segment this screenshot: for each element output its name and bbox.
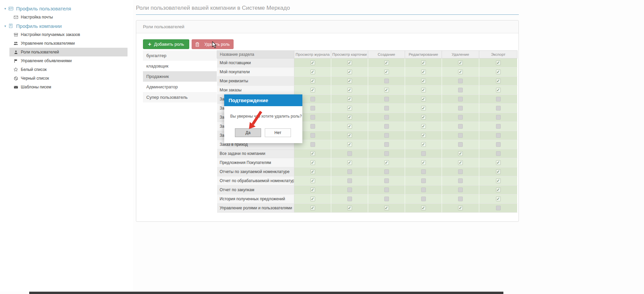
permission-checkbox[interactable]: ✓ bbox=[496, 60, 501, 65]
permission-checkbox[interactable] bbox=[347, 151, 352, 156]
permission-checkbox[interactable]: ✓ bbox=[421, 79, 426, 83]
permission-checkbox[interactable]: ✓ bbox=[421, 115, 426, 120]
permission-checkbox[interactable]: ✓ bbox=[384, 60, 389, 65]
permission-checkbox[interactable] bbox=[384, 97, 389, 101]
permission-checkbox[interactable] bbox=[347, 197, 352, 201]
role-list-item[interactable]: Администратор bbox=[143, 82, 217, 92]
permission-checkbox[interactable] bbox=[421, 187, 426, 192]
permission-checkbox[interactable]: ✓ bbox=[347, 70, 352, 74]
permission-checkbox[interactable] bbox=[458, 197, 463, 201]
permission-checkbox[interactable]: ✓ bbox=[421, 106, 426, 111]
permission-checkbox[interactable]: ✓ bbox=[421, 70, 426, 74]
role-list-item[interactable]: кладовщик bbox=[143, 61, 217, 71]
permission-checkbox[interactable]: ✓ bbox=[421, 60, 426, 65]
permission-checkbox[interactable] bbox=[496, 106, 501, 111]
permission-checkbox[interactable] bbox=[310, 97, 315, 101]
permission-checkbox[interactable]: ✓ bbox=[347, 106, 352, 111]
permission-checkbox[interactable] bbox=[458, 133, 463, 138]
permission-checkbox[interactable]: ✓ bbox=[310, 88, 315, 92]
permission-checkbox[interactable]: ✓ bbox=[310, 197, 315, 201]
permission-checkbox[interactable]: ✓ bbox=[421, 206, 426, 210]
permission-checkbox[interactable] bbox=[496, 115, 501, 120]
permission-checkbox[interactable] bbox=[310, 124, 315, 129]
sidebar-item[interactable]: Настройки получаемых заказов bbox=[9, 30, 128, 39]
permission-checkbox[interactable] bbox=[458, 124, 463, 129]
permission-checkbox[interactable]: ✓ bbox=[310, 79, 315, 83]
permission-checkbox[interactable] bbox=[496, 151, 501, 156]
permission-checkbox[interactable] bbox=[458, 79, 463, 83]
permission-checkbox[interactable] bbox=[384, 79, 389, 83]
permission-checkbox[interactable]: ✓ bbox=[347, 60, 352, 65]
permission-checkbox[interactable] bbox=[458, 115, 463, 120]
permission-checkbox[interactable] bbox=[384, 151, 389, 156]
permission-checkbox[interactable] bbox=[384, 133, 389, 138]
sidebar-item[interactable]: Управление объявлениями bbox=[9, 56, 128, 65]
permission-checkbox[interactable]: ✓ bbox=[496, 169, 501, 174]
permission-checkbox[interactable] bbox=[496, 124, 501, 129]
permission-checkbox[interactable] bbox=[384, 187, 389, 192]
permission-checkbox[interactable] bbox=[384, 197, 389, 201]
permission-checkbox[interactable] bbox=[384, 169, 389, 174]
role-list-item[interactable]: Супер пользователь bbox=[143, 92, 217, 102]
permission-checkbox[interactable] bbox=[421, 151, 426, 156]
permission-checkbox[interactable]: ✓ bbox=[421, 124, 426, 129]
permission-checkbox[interactable] bbox=[310, 115, 315, 120]
permission-checkbox[interactable] bbox=[458, 187, 463, 192]
sidebar-item[interactable]: Черный список bbox=[9, 74, 128, 83]
permission-checkbox[interactable]: ✓ bbox=[458, 70, 463, 74]
permission-checkbox[interactable] bbox=[310, 106, 315, 111]
permission-checkbox[interactable]: ✓ bbox=[421, 97, 426, 101]
permission-checkbox[interactable]: ✓ bbox=[458, 60, 463, 65]
permission-checkbox[interactable]: ✓ bbox=[310, 160, 315, 165]
permission-checkbox[interactable]: ✓ bbox=[384, 206, 389, 210]
permission-checkbox[interactable]: ✓ bbox=[310, 206, 315, 210]
permission-checkbox[interactable]: ✓ bbox=[347, 124, 352, 129]
permission-checkbox[interactable]: ✓ bbox=[421, 88, 426, 92]
permission-checkbox[interactable]: ✓ bbox=[496, 160, 501, 165]
permission-checkbox[interactable] bbox=[310, 133, 315, 138]
permission-checkbox[interactable] bbox=[347, 178, 352, 183]
chevron-down-icon[interactable]: ▾ bbox=[4, 24, 6, 28]
permission-checkbox[interactable] bbox=[496, 97, 501, 101]
permission-checkbox[interactable]: ✓ bbox=[496, 178, 501, 183]
permission-checkbox[interactable]: ✓ bbox=[421, 142, 426, 147]
sidebar-item[interactable]: Роли пользователей bbox=[9, 48, 128, 56]
permission-checkbox[interactable] bbox=[458, 97, 463, 101]
sidebar-item[interactable]: Шаблоны писем bbox=[9, 83, 128, 91]
permission-checkbox[interactable]: ✓ bbox=[310, 151, 315, 156]
permission-checkbox[interactable] bbox=[496, 206, 501, 210]
permission-checkbox[interactable] bbox=[384, 142, 389, 147]
permission-checkbox[interactable]: ✓ bbox=[310, 178, 315, 183]
permission-checkbox[interactable]: ✓ bbox=[384, 88, 389, 92]
permission-checkbox[interactable] bbox=[384, 178, 389, 183]
permission-checkbox[interactable]: ✓ bbox=[421, 133, 426, 138]
permission-checkbox[interactable]: ✓ bbox=[384, 70, 389, 74]
permission-checkbox[interactable]: ✓ bbox=[310, 60, 315, 65]
permission-checkbox[interactable]: ✓ bbox=[347, 97, 352, 101]
permission-checkbox[interactable]: ✓ bbox=[496, 197, 501, 201]
permission-checkbox[interactable] bbox=[458, 169, 463, 174]
permission-checkbox[interactable]: ✓ bbox=[496, 187, 501, 192]
permission-checkbox[interactable]: ✓ bbox=[310, 187, 315, 192]
permission-checkbox[interactable]: ✓ bbox=[496, 88, 501, 92]
permission-checkbox[interactable] bbox=[347, 169, 352, 174]
permission-checkbox[interactable]: ✓ bbox=[458, 160, 463, 165]
sidebar-item[interactable]: Настройка почты bbox=[9, 13, 128, 22]
dialog-no-button[interactable]: Нет bbox=[265, 128, 291, 137]
sidebar-section-header[interactable]: ▾Профиль компании bbox=[0, 22, 133, 30]
permission-checkbox[interactable]: ✓ bbox=[347, 142, 352, 147]
dialog-yes-button[interactable]: Да bbox=[235, 128, 261, 137]
role-list-item[interactable]: Продажник bbox=[143, 71, 217, 82]
permission-checkbox[interactable] bbox=[421, 169, 426, 174]
permission-checkbox[interactable]: ✓ bbox=[496, 79, 501, 83]
permission-checkbox[interactable] bbox=[384, 106, 389, 111]
permission-checkbox[interactable]: ✓ bbox=[421, 160, 426, 165]
permission-checkbox[interactable]: ✓ bbox=[347, 79, 352, 83]
permission-checkbox[interactable]: ✓ bbox=[384, 160, 389, 165]
add-role-button[interactable]: + Добавить роль bbox=[143, 39, 189, 49]
chevron-down-icon[interactable]: ▾ bbox=[4, 7, 6, 10]
permission-checkbox[interactable]: ✓ bbox=[347, 115, 352, 120]
permission-checkbox[interactable]: ✓ bbox=[347, 160, 352, 165]
sidebar-item[interactable]: Управление пользователями bbox=[9, 39, 128, 48]
permission-checkbox[interactable]: ✓ bbox=[310, 169, 315, 174]
